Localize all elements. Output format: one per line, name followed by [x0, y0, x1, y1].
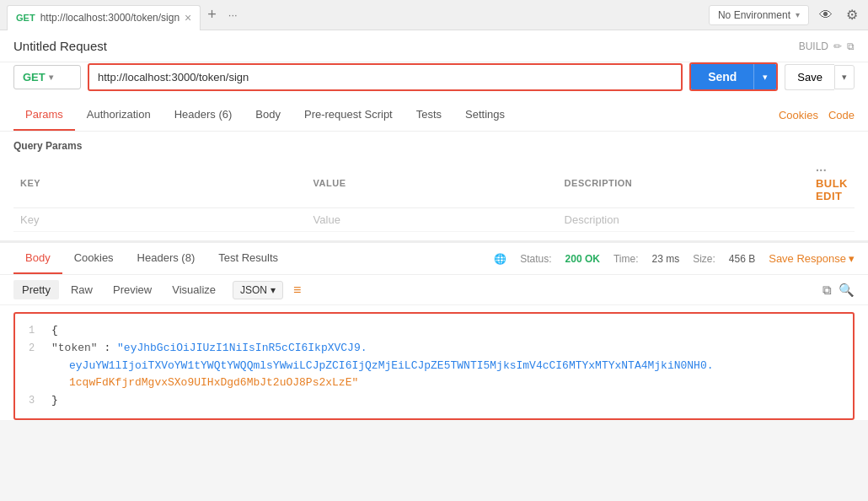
- send-button[interactable]: Send: [691, 64, 753, 89]
- format-selector[interactable]: JSON ▾: [233, 281, 283, 299]
- method-selector[interactable]: GET ▾: [13, 65, 81, 89]
- format-label: JSON: [240, 284, 267, 296]
- params-section: Query Params KEY VALUE DESCRIPTION ··· B…: [0, 132, 868, 240]
- url-input-wrapper: [88, 63, 683, 91]
- size-label: Size:: [693, 253, 715, 265]
- method-label: GET: [23, 71, 46, 84]
- save-response-arrow: ▾: [849, 252, 855, 265]
- tab-url-label: http://localhost:3000/token/sign: [40, 12, 179, 24]
- tab-right-links: Cookies Code: [779, 109, 855, 121]
- fmt-tab-raw[interactable]: Raw: [62, 280, 101, 299]
- env-label: No Environment: [718, 9, 790, 21]
- tab-body[interactable]: Body: [244, 100, 292, 131]
- resp-brace-close: }: [51, 394, 58, 407]
- save-response-button[interactable]: Save Response ▾: [769, 252, 855, 265]
- build-edit-icon: ✏: [833, 40, 842, 52]
- environment-selector[interactable]: No Environment ▾: [709, 5, 809, 25]
- tab-settings[interactable]: Settings: [453, 100, 517, 131]
- key-placeholder[interactable]: Key: [20, 213, 39, 226]
- response-status-row: 🌐 Status: 200 OK Time: 23 ms Size: 456 B…: [494, 252, 855, 265]
- save-button-group: Save ▾: [785, 64, 855, 90]
- url-bar: GET ▾ Send ▾ Save ▾: [0, 62, 868, 100]
- line-num-3: 3: [29, 395, 35, 407]
- resp-line-2: 2 "token" : "eyJhbGciOiJIUzI1NiIsInR5cCI…: [29, 340, 839, 392]
- resp-line-3: 3 }: [29, 392, 839, 410]
- save-button[interactable]: Save: [785, 64, 834, 90]
- resp-brace-open: {: [51, 324, 58, 337]
- resp-bar-right: ⧉ 🔍: [822, 283, 855, 298]
- code-link[interactable]: Code: [828, 109, 855, 121]
- column-more-icon[interactable]: ···: [816, 164, 827, 177]
- globe-icon: 🌐: [494, 253, 506, 265]
- active-tab[interactable]: GET http://localhost:3000/token/sign ×: [7, 5, 201, 30]
- env-chevron-icon: ▾: [796, 10, 800, 19]
- tab-more-button[interactable]: ···: [223, 8, 243, 21]
- col-actions: ··· Bulk Edit: [809, 159, 855, 208]
- resp-token-key: "token": [51, 342, 98, 354]
- build-button[interactable]: BUILD ✏ ⧉: [799, 40, 855, 52]
- tab-bar-right: No Environment ▾ 👁 ⚙: [709, 3, 861, 26]
- table-row: Key Value Description: [13, 208, 855, 232]
- bulk-edit-button[interactable]: Bulk Edit: [816, 177, 848, 202]
- url-input[interactable]: [89, 65, 681, 89]
- params-table: KEY VALUE DESCRIPTION ··· Bulk Edit Key …: [13, 159, 855, 232]
- copy-icon-button[interactable]: ⧉: [822, 283, 832, 298]
- save-response-label: Save Response: [769, 252, 846, 265]
- new-tab-button[interactable]: +: [201, 6, 223, 24]
- time-value: 23 ms: [651, 253, 679, 265]
- params-title: Query Params: [13, 140, 855, 152]
- col-key: KEY: [13, 159, 307, 208]
- fmt-tab-preview[interactable]: Preview: [104, 280, 160, 299]
- desc-placeholder[interactable]: Description: [565, 213, 619, 226]
- response-body: 1 { 2 "token" : "eyJhbGciOiJIUzI1NiIsInR…: [13, 312, 855, 420]
- resp-tab-test-results[interactable]: Test Results: [206, 243, 290, 274]
- time-label: Time:: [613, 253, 639, 265]
- build-copy-icon: ⧉: [847, 40, 855, 52]
- resp-tab-body[interactable]: Body: [13, 243, 62, 274]
- request-tabs: Params Authorization Headers (6) Body Pr…: [0, 100, 868, 132]
- search-icon-button[interactable]: 🔍: [839, 283, 855, 298]
- response-tabs-bar: Body Cookies Headers (8) Test Results 🌐 …: [0, 243, 868, 275]
- eye-icon-button[interactable]: 👁: [816, 4, 836, 26]
- build-label: BUILD: [799, 40, 828, 52]
- fmt-tab-visualize[interactable]: Visualize: [163, 280, 224, 299]
- resp-tab-cookies[interactable]: Cookies: [62, 243, 126, 274]
- request-header: Untitled Request BUILD ✏ ⧉: [0, 30, 868, 62]
- tab-tests[interactable]: Tests: [405, 100, 453, 131]
- tab-params[interactable]: Params: [13, 100, 75, 131]
- tab-close-icon[interactable]: ×: [185, 11, 191, 24]
- request-title: Untitled Request: [13, 39, 107, 53]
- settings-icon-button[interactable]: ⚙: [843, 3, 861, 26]
- method-chevron-icon: ▾: [49, 73, 53, 82]
- col-value: VALUE: [307, 159, 558, 208]
- value-placeholder[interactable]: Value: [313, 213, 340, 226]
- tab-bar: GET http://localhost:3000/token/sign × +…: [0, 0, 868, 30]
- resp-colon: :: [104, 342, 117, 354]
- fmt-tab-pretty[interactable]: Pretty: [13, 280, 59, 299]
- format-arrow-icon: ▾: [271, 284, 276, 296]
- resp-token-val1: "eyJhbGciOiJIUzI1NiIsInR5cCI6IkpXVCJ9.: [117, 342, 367, 354]
- tab-prerequest[interactable]: Pre-request Script: [292, 100, 405, 131]
- tab-authorization[interactable]: Authorization: [75, 100, 163, 131]
- resp-line-1: 1 {: [29, 322, 839, 340]
- send-dropdown-button[interactable]: ▾: [753, 64, 776, 89]
- col-desc: DESCRIPTION: [558, 159, 809, 208]
- line-num-1: 1: [29, 325, 35, 337]
- status-value: 200 OK: [565, 253, 600, 265]
- send-button-group: Send ▾: [689, 62, 778, 91]
- status-label: Status:: [520, 253, 551, 265]
- resp-tab-headers[interactable]: Headers (8): [126, 243, 207, 274]
- tab-headers[interactable]: Headers (6): [163, 100, 244, 131]
- size-value: 456 B: [729, 253, 755, 265]
- request-title-row: Untitled Request BUILD ✏ ⧉: [13, 39, 855, 53]
- wrap-icon[interactable]: ≡: [293, 283, 301, 298]
- cookies-link[interactable]: Cookies: [779, 109, 818, 121]
- resp-token-val3: 1cqwFdKfjrdMgvxSXo9UIHxDgd6MbJt2uOJ8Ps2x…: [69, 376, 358, 389]
- line-num-2: 2: [29, 342, 35, 354]
- resp-token-val2: eyJuYW1lIjoiTXVoYW1tYWQtYWQQmlsYWwiLCJpZ…: [69, 359, 714, 372]
- response-section: Body Cookies Headers (8) Test Results 🌐 …: [0, 240, 868, 420]
- tab-method-badge: GET: [16, 13, 35, 23]
- resp-format-bar: Pretty Raw Preview Visualize JSON ▾ ≡ ⧉ …: [0, 275, 868, 305]
- save-dropdown-button[interactable]: ▾: [834, 65, 855, 89]
